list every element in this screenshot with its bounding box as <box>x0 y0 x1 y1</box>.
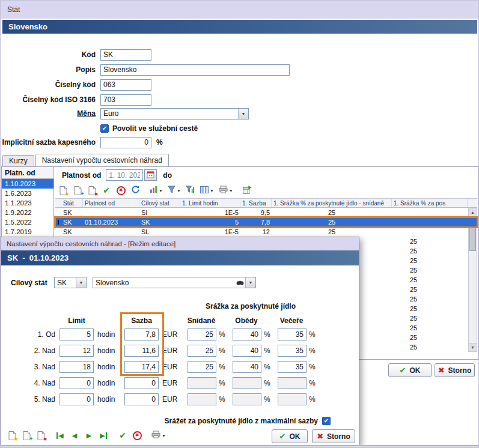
snidane-input[interactable] <box>188 345 216 357</box>
grid-cell-stat: SK <box>61 227 83 237</box>
mena-label[interactable]: Měna <box>1 109 96 118</box>
filter-graph-button[interactable] <box>183 184 198 198</box>
new-record-button[interactable]: ★ <box>56 184 70 198</box>
vecere-input[interactable] <box>278 345 307 357</box>
popis-input[interactable] <box>100 64 290 76</box>
binoculars-icon[interactable] <box>236 277 244 288</box>
validity-list-item[interactable]: 1.7.2019 <box>2 227 53 237</box>
scroll-up-icon[interactable]: ▲ <box>469 208 477 217</box>
copy-record-button[interactable]: + <box>19 429 34 443</box>
percent-unit-label: % <box>264 330 270 339</box>
export-table-button[interactable] <box>240 184 255 198</box>
target-state-code: SK <box>55 277 76 288</box>
sazba-input[interactable] <box>124 345 159 357</box>
print-menu-button[interactable]: ▼ <box>216 184 236 198</box>
snidane-input[interactable] <box>188 393 216 405</box>
calendar-button[interactable] <box>144 169 157 181</box>
grid-header-srazka-snidane[interactable]: 1. Srážka % za poskytnuté jídlo - snídan… <box>272 199 392 207</box>
delete-record-button[interactable]: ✖ <box>34 429 48 443</box>
tab-kurzy[interactable]: Kurzy <box>2 155 34 166</box>
vecere-input[interactable] <box>278 377 307 389</box>
limit-input[interactable] <box>59 345 94 357</box>
max-rate-checkbox[interactable]: ✔ <box>322 417 331 425</box>
snidane-input[interactable] <box>188 361 216 373</box>
grid-header-cilovy-stat[interactable]: Cílový stat <box>139 199 180 207</box>
limit-input[interactable] <box>59 328 94 341</box>
obedy-input[interactable] <box>233 377 261 389</box>
validity-list-item[interactable]: 1.9.2022 <box>2 208 53 217</box>
target-state-code-combobox[interactable]: SK ▼ <box>54 277 87 288</box>
povolit-checkbox[interactable]: ✔ <box>100 124 109 133</box>
validity-list-header[interactable]: Platn. od <box>2 167 53 179</box>
obedy-input[interactable] <box>233 393 261 405</box>
vecere-input[interactable] <box>278 393 307 405</box>
grid-header-limit[interactable]: 1. Limit hodin <box>180 199 240 207</box>
limit-input[interactable] <box>59 393 94 405</box>
chevron-down-icon[interactable]: ▼ <box>238 109 248 119</box>
obedy-column-label: Obědy <box>230 316 263 325</box>
grid-row[interactable]: ISK01.10.2023SK57,825 <box>55 217 477 227</box>
chevron-down-icon[interactable]: ▼ <box>76 277 86 288</box>
next-record-button[interactable]: ▶ <box>82 429 96 443</box>
validity-list-item[interactable]: 1.6.2023 <box>2 189 53 198</box>
new-record-button[interactable]: ★ <box>5 429 19 443</box>
refresh-button[interactable] <box>128 184 142 198</box>
grid-vertical-scrollbar[interactable]: ▲ ▼ <box>468 208 477 352</box>
export-table-icon <box>243 186 252 196</box>
validity-list-item[interactable]: 1.1.2023 <box>2 198 53 208</box>
eur-unit-label: EUR <box>162 379 177 387</box>
sazba-input[interactable] <box>124 361 159 373</box>
snidane-input[interactable] <box>188 328 216 341</box>
tab-nastaveni-nahrad[interactable]: Nastavení vypočtu cestovních náhrad <box>35 154 169 166</box>
cancel-button[interactable]: ✖ <box>114 184 128 198</box>
previous-record-button[interactable]: ◀ <box>67 429 82 443</box>
dialog-storno-button[interactable]: ✖Storno <box>312 429 355 443</box>
sazba-input[interactable] <box>124 377 159 389</box>
storno-button[interactable]: ✖Storno <box>435 363 475 377</box>
limit-input[interactable] <box>59 377 94 389</box>
grid-header-platnost[interactable]: Platnost od <box>83 199 139 207</box>
obedy-input[interactable] <box>233 328 261 341</box>
snidane-input[interactable] <box>188 377 216 389</box>
scroll-down-icon[interactable]: ▼ <box>469 343 477 351</box>
confirm-button[interactable]: ✔ <box>99 184 114 198</box>
kod-input[interactable] <box>100 49 151 61</box>
validity-list-item[interactable]: 1.10.2023 <box>2 179 53 189</box>
obedy-input[interactable] <box>233 361 261 373</box>
platnost-od-input[interactable] <box>106 169 143 181</box>
vecere-input[interactable] <box>278 361 307 373</box>
print-menu-button[interactable]: ▼ <box>149 429 168 443</box>
sazba-input[interactable] <box>124 328 159 341</box>
delete-record-button[interactable]: ✖ <box>85 184 99 198</box>
sazba-input[interactable] <box>124 393 159 405</box>
grid-header-srazka-2[interactable]: 1. Srážka % za pos <box>392 199 468 207</box>
graph-icon <box>150 186 157 195</box>
confirm-button[interactable]: ✔ <box>115 429 130 443</box>
kapesne-input[interactable] <box>100 137 151 148</box>
mena-combobox[interactable]: Euro ▼ <box>100 108 249 120</box>
target-state-name-combobox[interactable]: Slovensko ▼ <box>93 277 256 288</box>
grid-cell-sazba: 7,8 <box>240 217 272 227</box>
graph-menu-button[interactable]: ▼ <box>147 184 165 198</box>
grid-header-stat[interactable]: Stát <box>61 199 83 207</box>
first-record-button[interactable]: ◀ <box>53 429 67 443</box>
ciselny-kod-input[interactable] <box>100 79 151 91</box>
eur-unit-label: EUR <box>162 395 177 404</box>
chevron-down-icon[interactable]: ▼ <box>245 277 255 288</box>
columns-menu-button[interactable]: ▼ <box>198 184 216 198</box>
filter-menu-button[interactable]: ▼ <box>165 184 183 198</box>
vecere-input[interactable] <box>278 328 307 341</box>
grid-row[interactable]: SKSI1E-59,525 <box>55 208 477 217</box>
ok-button[interactable]: ✔OK <box>388 363 432 377</box>
dialog-ok-button[interactable]: ✔OK <box>272 429 308 443</box>
iso-input[interactable] <box>100 94 151 106</box>
validity-list-item[interactable]: 1.5.2022 <box>2 217 53 227</box>
grid-header-sazba[interactable]: 1. Sazba <box>240 199 272 207</box>
cancel-button[interactable]: ✖ <box>130 429 144 443</box>
last-record-button[interactable]: ▶ <box>96 429 111 443</box>
grid-row[interactable]: SKSL1E-51225 <box>55 227 477 237</box>
grid-cell-srazka2: 25 <box>392 275 468 285</box>
copy-record-button[interactable]: + <box>70 184 85 198</box>
obedy-input[interactable] <box>233 345 261 357</box>
limit-input[interactable] <box>59 361 94 373</box>
